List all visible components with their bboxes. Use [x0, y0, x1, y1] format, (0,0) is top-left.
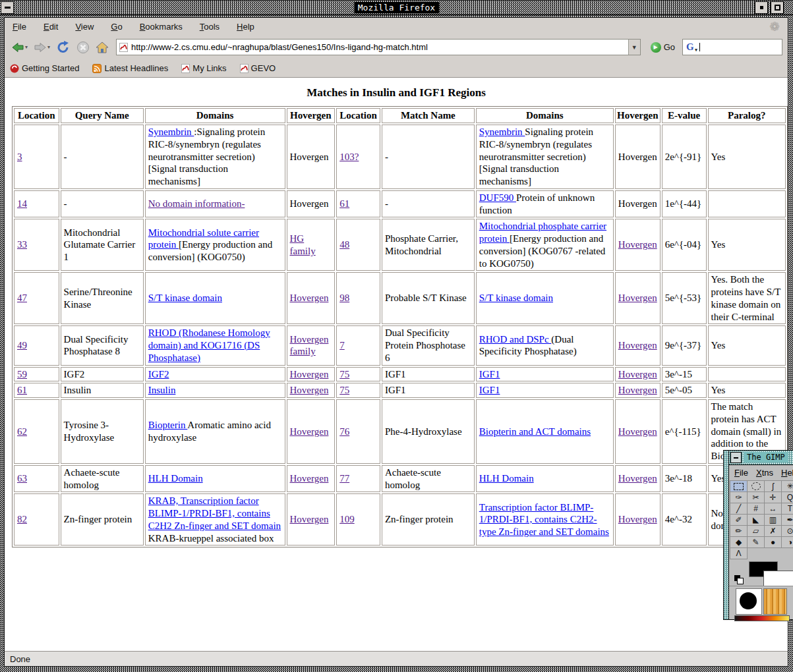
- color-picker-tool-icon[interactable]: ✐: [730, 514, 748, 526]
- visited-link[interactable]: 33: [17, 239, 27, 250]
- visited-link[interactable]: No domain information-: [148, 198, 245, 209]
- airbrush-tool-icon[interactable]: ✗: [764, 525, 782, 537]
- visited-link[interactable]: Hovergen: [618, 514, 657, 524]
- gimp-resize-grip[interactable]: [724, 451, 729, 619]
- smudge-tool-icon[interactable]: ✎: [747, 536, 765, 548]
- visited-link[interactable]: 61: [339, 198, 349, 209]
- pencil-tool-icon[interactable]: ╱: [730, 503, 748, 515]
- rect-select-tool-icon[interactable]: [730, 480, 748, 492]
- menu-view[interactable]: View: [75, 22, 94, 32]
- search-input[interactable]: G▾: [682, 39, 782, 55]
- default-colors-icon[interactable]: [734, 575, 740, 581]
- visited-link[interactable]: Hovergen: [290, 514, 329, 524]
- menu-go[interactable]: Go: [111, 22, 122, 32]
- link[interactable]: RHOD (Rhodanese Homology domain) and KOG…: [148, 327, 270, 363]
- visited-link[interactable]: 61: [17, 385, 27, 395]
- url-text[interactable]: http://www-2.cs.cmu.edu/~nraghupa/blast/…: [131, 42, 628, 52]
- paths-tool-icon[interactable]: ✑: [730, 491, 748, 503]
- forward-button[interactable]: ▾: [32, 38, 51, 57]
- active-pattern-indicator[interactable]: [763, 588, 787, 615]
- link[interactable]: DUF590: [479, 192, 516, 203]
- active-gradient-indicator[interactable]: [734, 615, 790, 621]
- bookmark-getting-started[interactable]: Getting Started: [10, 63, 79, 73]
- link[interactable]: RHOD and DSPc: [479, 334, 552, 345]
- visited-link[interactable]: 49: [17, 340, 27, 350]
- visited-link[interactable]: 3: [17, 152, 22, 162]
- visited-link[interactable]: Hovergen: [290, 426, 329, 437]
- visited-link[interactable]: Hovergen: [618, 340, 657, 350]
- bookmark-gevo[interactable]: GEVO: [240, 63, 276, 73]
- go-button[interactable]: ▶ Go: [647, 42, 679, 53]
- visited-link[interactable]: 7: [339, 340, 345, 350]
- link[interactable]: HLH Domain: [148, 473, 203, 484]
- link[interactable]: HLH Domain: [479, 473, 534, 484]
- active-brush-indicator[interactable]: [736, 588, 762, 615]
- visited-link[interactable]: 48: [339, 239, 349, 250]
- wm-titlebar[interactable]: Mozilla Firefox: [0, 0, 793, 15]
- url-bar[interactable]: http://www-2.cs.cmu.edu/~nraghupa/blast/…: [116, 39, 641, 55]
- wm-maximize-button[interactable]: [771, 1, 784, 14]
- fuzzy-select-tool-icon[interactable]: ✳: [781, 480, 793, 492]
- link[interactable]: S/T kinase domain: [479, 293, 553, 303]
- crop-tool-icon[interactable]: #: [747, 503, 765, 515]
- visited-link[interactable]: 59: [17, 369, 27, 379]
- visited-link[interactable]: 76: [339, 426, 349, 437]
- visited-link[interactable]: Hovergen: [290, 473, 329, 484]
- home-button[interactable]: [94, 38, 110, 57]
- gimp-menu-button[interactable]: [730, 452, 742, 463]
- visited-link[interactable]: Hovergen: [618, 385, 657, 395]
- dodge-burn-tool-icon[interactable]: ●: [764, 536, 782, 548]
- visited-link[interactable]: 98: [339, 293, 349, 303]
- measure-tool-icon[interactable]: Λ: [730, 547, 748, 559]
- clone-tool-icon[interactable]: ⊙: [781, 525, 793, 537]
- link[interactable]: Synembrin: [148, 126, 194, 137]
- link[interactable]: Synembrin: [479, 126, 525, 137]
- paintbrush-tool-icon[interactable]: ✏: [730, 525, 748, 537]
- visited-link[interactable]: 109: [339, 514, 355, 524]
- link[interactable]: Biopterin: [148, 420, 188, 430]
- link[interactable]: IGF1: [479, 369, 500, 379]
- url-dropdown-button[interactable]: ▼: [628, 40, 640, 55]
- scissors-tool-icon[interactable]: ✂: [747, 491, 765, 503]
- visited-link[interactable]: 103?: [339, 152, 359, 162]
- menu-edit[interactable]: Edit: [44, 22, 58, 32]
- menu-bookmarks[interactable]: Bookmarks: [140, 22, 183, 32]
- link[interactable]: IGF1: [479, 385, 500, 395]
- eraser-tool-icon[interactable]: ▱: [747, 525, 765, 537]
- visited-link[interactable]: HG family: [290, 233, 316, 256]
- background-color-swatch[interactable]: [763, 571, 793, 586]
- link[interactable]: IGF2: [148, 369, 169, 379]
- bucket-fill-tool-icon[interactable]: ◣: [747, 514, 765, 526]
- stop-button[interactable]: [75, 38, 91, 57]
- convolve-tool-icon[interactable]: ◑: [781, 536, 793, 548]
- move-tool-icon[interactable]: ✛: [764, 491, 782, 503]
- bookmark-latest-headlines[interactable]: Latest Headlines: [92, 63, 168, 73]
- text-tool-icon[interactable]: T: [781, 503, 793, 515]
- wm-minimize-button[interactable]: [755, 1, 768, 14]
- wm-menu-button[interactable]: [1, 1, 14, 14]
- gimp-menu-help[interactable]: Help: [781, 468, 793, 478]
- link[interactable]: Insulin: [148, 385, 176, 395]
- ink-tool-icon[interactable]: ✒: [781, 514, 793, 526]
- visited-link[interactable]: 82: [17, 514, 27, 524]
- visited-link[interactable]: Hovergen: [290, 369, 329, 379]
- back-button[interactable]: ▾: [10, 38, 29, 57]
- blur-tool-icon[interactable]: ◆: [730, 536, 748, 548]
- visited-link[interactable]: Hovergen family: [290, 334, 329, 357]
- link[interactable]: S/T kinase domain: [148, 293, 222, 303]
- flip-tool-icon[interactable]: ↔: [764, 503, 782, 515]
- visited-link[interactable]: 75: [339, 385, 349, 395]
- bookmark-my-links[interactable]: My Links: [181, 63, 226, 73]
- visited-link[interactable]: Hovergen: [618, 239, 657, 250]
- ellipse-select-tool-icon[interactable]: [747, 480, 765, 492]
- link[interactable]: Transcription factor BLIMP-1/PRDI-BF1, c…: [479, 502, 609, 538]
- visited-link[interactable]: 62: [17, 426, 27, 437]
- visited-link[interactable]: 47: [17, 293, 27, 303]
- link[interactable]: Biopterin and ACT domains: [479, 426, 591, 437]
- link[interactable]: KRAB, Transcription factor BLIMP-1/PRDI-…: [148, 495, 281, 531]
- reload-button[interactable]: [55, 38, 72, 57]
- gimp-titlebar[interactable]: The GIMP: [729, 451, 793, 465]
- visited-link[interactable]: 14: [17, 198, 27, 209]
- visited-link[interactable]: Hovergen: [618, 473, 657, 484]
- visited-link[interactable]: 63: [17, 473, 27, 484]
